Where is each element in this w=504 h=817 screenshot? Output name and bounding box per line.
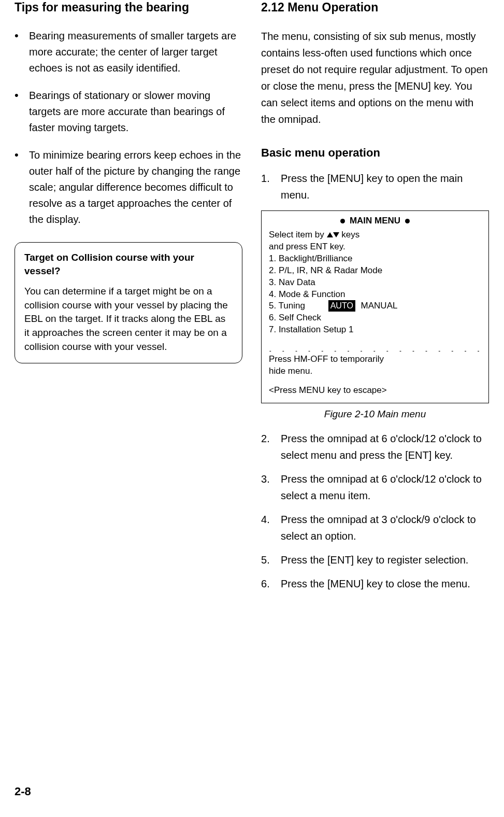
steps-list-before: Press the [MENU] key to open the main me… <box>261 170 489 203</box>
menu-press-ent: and press ENT key. <box>269 241 481 253</box>
tip-item: Bearings of stationary or slower moving … <box>15 88 242 136</box>
tip-item: To minimize bearing errors keep echoes i… <box>15 147 242 228</box>
tuning-auto-selected: AUTO <box>328 300 355 312</box>
menu-item: 4. Mode & Function <box>269 289 481 301</box>
step-item: Press the omnipad at 6 o'clock/12 o'cloc… <box>261 430 489 463</box>
triangle-down-icon <box>333 232 339 237</box>
tip-item: Bearing measurements of smaller targets … <box>15 28 242 76</box>
tuning-manual-option: MANUAL <box>361 301 398 311</box>
triangle-up-icon <box>327 232 333 237</box>
page-number: 2-8 <box>15 785 31 798</box>
menu-title-row: MAIN MENU <box>269 215 481 227</box>
menu-item: 3. Nav Data <box>269 277 481 289</box>
hmoff-line-2: hide menu. <box>269 365 481 377</box>
menu-title: MAIN MENU <box>350 216 400 226</box>
left-column: Tips for measuring the bearing Bearing m… <box>15 0 242 599</box>
step-item: Press the [MENU] key to open the main me… <box>261 170 489 203</box>
step-item: Press the [MENU] key to close the menu. <box>261 575 489 592</box>
callout-body: You can determine if a target might be o… <box>24 285 233 354</box>
right-column: 2.12 Menu Operation The menu, consisting… <box>261 0 489 599</box>
select-suffix: keys <box>339 230 360 240</box>
collision-callout-box: Target on Collision course with your ves… <box>15 242 242 363</box>
tuning-label: 5. Tuning <box>269 301 305 311</box>
escape-line: <Press MENU key to escape> <box>269 385 481 397</box>
callout-title: Target on Collision course with your ves… <box>24 251 233 277</box>
select-prefix: Select item by <box>269 230 327 240</box>
tips-bullet-list: Bearing measurements of smaller targets … <box>15 28 242 228</box>
hmoff-line-1: Press HM-OFF to temporarily <box>269 354 481 365</box>
right-heading: 2.12 Menu Operation <box>261 0 489 16</box>
manual-page: Tips for measuring the bearing Bearing m… <box>0 0 504 817</box>
menu-item: 1. Backlight/Brilliance <box>269 253 481 265</box>
step-item: Press the [ENT] key to register selectio… <box>261 552 489 568</box>
menu-select-line: Select item by keys <box>269 229 481 241</box>
menu-item: 6. Self Check <box>269 312 481 324</box>
figure-caption: Figure 2-10 Main menu <box>261 408 489 420</box>
bullet-icon <box>340 219 345 223</box>
step-item: Press the omnipad at 6 o'clock/12 o'cloc… <box>261 471 489 504</box>
steps-list-after: Press the omnipad at 6 o'clock/12 o'cloc… <box>261 430 489 592</box>
menu-intro-paragraph: The menu, consisting of six sub menus, m… <box>261 28 489 128</box>
left-heading: Tips for measuring the bearing <box>15 0 242 16</box>
main-menu-figure: MAIN MENU Select item by keys and press … <box>261 210 489 403</box>
menu-item: 2. P/L, IR, NR & Radar Mode <box>269 265 481 277</box>
step-item: Press the omnipad at 3 o'clock/9 o'clock… <box>261 511 489 544</box>
bullet-icon <box>405 219 410 223</box>
two-column-layout: Tips for measuring the bearing Bearing m… <box>15 0 489 599</box>
menu-item: 7. Installation Setup 1 <box>269 324 481 336</box>
menu-item-tuning: 5. Tuning AUTO MANUAL <box>269 300 481 312</box>
dotted-separator: . . . . . . . . . . . . . . . . . . . . <box>269 346 481 351</box>
subheading-basic-menu: Basic menu operation <box>261 146 489 160</box>
